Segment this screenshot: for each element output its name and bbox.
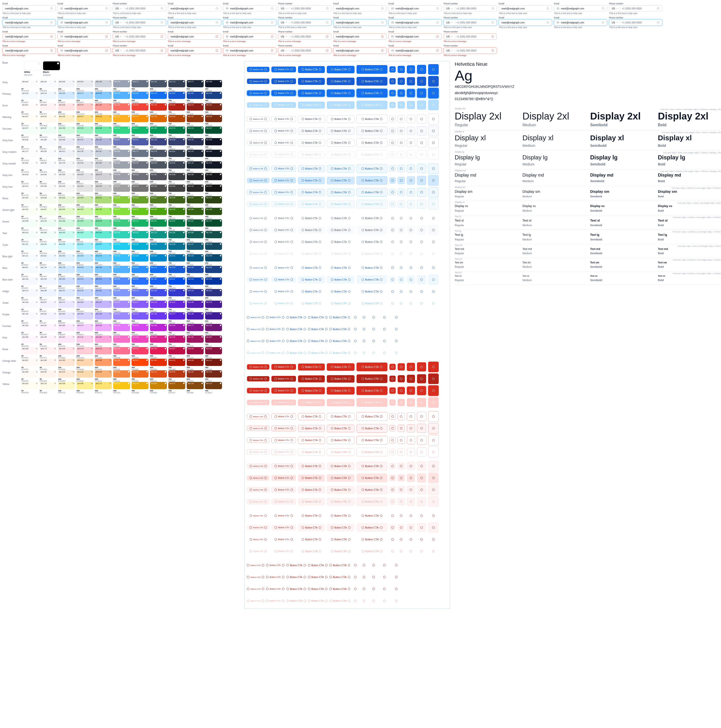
button-dester[interactable]: Button CTA (298, 512, 325, 519)
button-deslink[interactable]: Button CTA (266, 586, 285, 592)
button-deslink[interactable]: Button CTA (308, 574, 328, 581)
button-desout[interactable]: Button CTA (247, 414, 269, 419)
button-tercolor[interactable]: Button CTA (298, 265, 325, 271)
button-tergray[interactable]: Button CTA (357, 237, 387, 246)
button-tergray[interactable] (417, 214, 426, 223)
button-dessec[interactable]: Button CTA (327, 462, 355, 470)
button-deslink[interactable]: Button CTA (286, 562, 306, 569)
phone-input[interactable]: US (278, 5, 331, 12)
button-desout[interactable] (428, 435, 439, 445)
button-primary[interactable]: Button CTA (327, 89, 355, 97)
button-desfill[interactable]: Button CTA (271, 376, 296, 382)
country-select[interactable]: US (446, 7, 455, 10)
button-link[interactable] (391, 324, 401, 335)
email-input[interactable] (333, 34, 386, 40)
button-primary[interactable]: Button CTA (298, 66, 325, 73)
button-tercolor[interactable]: Button CTA (271, 289, 296, 294)
button-tercolor[interactable]: Button CTA (327, 288, 355, 295)
button-deslink[interactable]: Button CTA (308, 586, 328, 593)
button-seccolor[interactable]: Button CTA (247, 178, 269, 183)
button-desfill[interactable] (389, 387, 396, 394)
email-text-input[interactable] (230, 21, 269, 24)
button-dester[interactable]: Button CTA (247, 537, 269, 542)
button-secgray[interactable] (389, 116, 396, 122)
button-seccolor[interactable] (407, 176, 415, 185)
button-tercolor[interactable] (389, 265, 396, 271)
button-primary[interactable]: Button CTA (271, 78, 296, 84)
button-deslink[interactable]: Button CTA (329, 585, 350, 593)
button-desfill[interactable] (428, 373, 439, 384)
button-deslink[interactable] (380, 584, 389, 593)
button-tercolor[interactable]: Button CTA (357, 263, 387, 272)
button-desfill[interactable] (389, 376, 396, 382)
button-secgray[interactable] (407, 127, 415, 135)
button-dessec[interactable]: Button CTA (298, 486, 325, 493)
button-deslink[interactable]: Button CTA (247, 587, 264, 591)
button-link[interactable]: Button CTA (286, 338, 306, 344)
button-dester[interactable] (389, 525, 396, 531)
button-secgray[interactable] (428, 125, 439, 136)
button-seccolor[interactable] (389, 189, 396, 196)
button-tergray[interactable] (417, 237, 426, 246)
button-primary[interactable] (428, 64, 439, 75)
button-dester[interactable] (407, 535, 415, 543)
button-dester[interactable]: Button CTA (327, 512, 355, 520)
button-tergray[interactable] (407, 226, 415, 234)
button-link[interactable]: Button CTA (266, 327, 285, 332)
button-link[interactable] (380, 313, 389, 322)
button-desout[interactable]: Button CTA (327, 437, 355, 444)
email-text-input[interactable] (64, 49, 104, 52)
button-secgray[interactable]: Button CTA (357, 138, 387, 147)
button-desout[interactable] (417, 412, 426, 421)
phone-text-input[interactable] (126, 49, 159, 52)
button-dessec[interactable] (428, 461, 439, 471)
phone-text-input[interactable] (456, 21, 490, 24)
button-dessec[interactable]: Button CTA (357, 462, 387, 470)
button-dessec[interactable]: Button CTA (327, 486, 355, 494)
button-tercolor[interactable]: Button CTA (327, 264, 355, 272)
button-desout[interactable]: Button CTA (298, 413, 325, 420)
email-input[interactable] (389, 47, 442, 54)
button-tergray[interactable] (428, 213, 439, 223)
email-text-input[interactable] (230, 35, 269, 38)
phone-input[interactable]: US (113, 34, 166, 40)
phone-input[interactable]: US (113, 5, 166, 12)
button-tercolor[interactable] (407, 264, 415, 272)
button-secgray[interactable] (398, 115, 405, 122)
button-tergray[interactable]: Button CTA (271, 227, 296, 233)
button-seccolor[interactable]: Button CTA (327, 189, 355, 196)
button-link[interactable] (391, 312, 401, 323)
button-seccolor[interactable] (407, 164, 415, 173)
button-dester[interactable] (428, 534, 439, 544)
button-dessec[interactable] (389, 475, 396, 481)
button-desout[interactable] (417, 436, 426, 445)
button-dester[interactable] (417, 535, 426, 544)
button-dester[interactable]: Button CTA (327, 524, 355, 531)
button-dessec[interactable] (407, 474, 415, 482)
button-desout[interactable] (389, 425, 396, 431)
button-tergray[interactable] (389, 239, 396, 245)
button-desfill[interactable] (398, 375, 405, 382)
button-secgray[interactable] (417, 126, 426, 135)
button-seccolor[interactable]: Button CTA (271, 190, 296, 195)
button-tercolor[interactable] (428, 274, 439, 285)
button-primary[interactable] (417, 89, 426, 98)
button-tercolor[interactable]: Button CTA (298, 276, 325, 283)
button-seccolor[interactable] (417, 176, 426, 185)
button-dessec[interactable] (407, 462, 415, 470)
button-primary[interactable] (398, 78, 405, 85)
button-desfill[interactable]: Button CTA (357, 362, 387, 371)
button-tercolor[interactable]: Button CTA (357, 287, 387, 296)
button-secgray[interactable] (428, 138, 439, 148)
button-seccolor[interactable] (417, 164, 426, 173)
phone-input[interactable]: US (113, 47, 166, 54)
button-tergray[interactable]: Button CTA (298, 239, 325, 245)
button-secgray[interactable]: Button CTA (298, 116, 325, 122)
button-primary[interactable] (389, 90, 396, 96)
button-desfill[interactable] (428, 385, 439, 396)
button-deslink[interactable]: Button CTA (266, 574, 285, 580)
button-dessec[interactable]: Button CTA (247, 487, 269, 492)
button-seccolor[interactable]: Button CTA (271, 177, 296, 184)
button-secgray[interactable]: Button CTA (357, 115, 387, 123)
button-dessec[interactable]: Button CTA (271, 463, 296, 469)
